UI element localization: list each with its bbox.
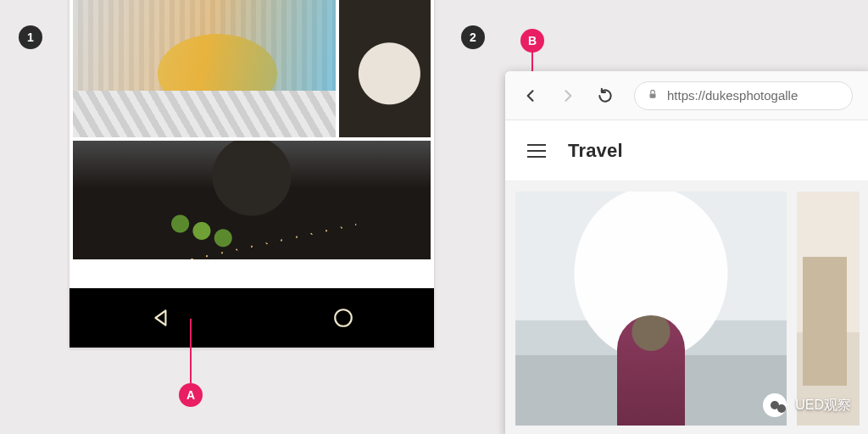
browser-forward-button[interactable] [559, 87, 576, 104]
svg-point-0 [335, 309, 352, 326]
callout-line-a [190, 319, 192, 383]
android-device-frame [70, 0, 434, 348]
browser-url-text: https://dukesphotogalle [667, 88, 798, 103]
app-top-bar: Travel [505, 120, 868, 181]
menu-icon[interactable] [527, 144, 546, 158]
gallery-image[interactable] [73, 0, 336, 137]
gallery-image[interactable] [797, 192, 860, 426]
annotation-badge-2: 2 [461, 25, 485, 49]
gallery-image[interactable] [515, 192, 787, 426]
watermark-label: UED观察 [795, 397, 851, 415]
browser-reload-button[interactable] [597, 87, 614, 104]
wechat-icon [763, 393, 787, 417]
lock-icon [647, 88, 659, 103]
browser-window: https://dukesphotogalle Travel [505, 71, 868, 434]
browser-toolbar: https://dukesphotogalle [505, 71, 868, 120]
annotation-callout-a: A [179, 383, 203, 407]
gallery-image[interactable] [73, 141, 431, 259]
svg-rect-1 [650, 93, 656, 97]
page-title: Travel [568, 140, 623, 162]
android-home-button[interactable] [332, 307, 354, 329]
browser-address-bar[interactable]: https://dukesphotogalle [634, 81, 853, 110]
annotation-badge-1: 1 [19, 25, 42, 49]
android-back-button[interactable] [150, 307, 172, 329]
watermark: UED观察 [763, 393, 851, 417]
annotation-callout-b: B [520, 29, 544, 53]
gallery-image[interactable] [339, 0, 431, 137]
image-gallery-row [70, 0, 434, 137]
android-nav-bar [70, 288, 434, 348]
browser-back-button[interactable] [522, 87, 539, 104]
